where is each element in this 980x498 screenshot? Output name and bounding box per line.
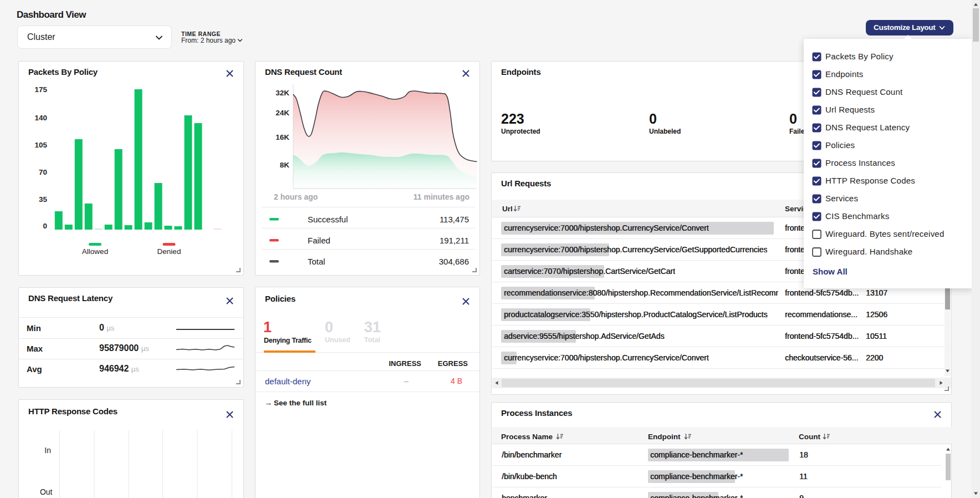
svg-text:304,686: 304,686 [439, 257, 469, 266]
svg-text:Total: Total [308, 257, 325, 266]
svg-text:105: 105 [34, 141, 47, 149]
svg-text:8K: 8K [280, 161, 290, 169]
svg-text:2 hours ago: 2 hours ago [274, 192, 318, 201]
svg-text:Failed: Failed [308, 236, 330, 245]
svg-text:24K: 24K [275, 109, 289, 117]
svg-text:191,211: 191,211 [440, 236, 469, 245]
svg-text:Successful: Successful [308, 215, 348, 224]
svg-text:32K: 32K [275, 89, 289, 97]
svg-text:16K: 16K [275, 133, 289, 141]
svg-text:Allowed: Allowed [82, 247, 108, 256]
svg-text:140: 140 [34, 114, 47, 122]
svg-text:Denied: Denied [157, 247, 181, 256]
svg-text:Out: Out [40, 487, 53, 496]
svg-text:175: 175 [34, 85, 47, 94]
svg-text:0: 0 [43, 222, 47, 230]
svg-text:70: 70 [39, 168, 47, 176]
svg-text:In: In [44, 446, 51, 455]
svg-text:35: 35 [39, 195, 48, 204]
svg-text:113,475: 113,475 [440, 215, 469, 224]
svg-text:11 minutes ago: 11 minutes ago [414, 192, 469, 201]
